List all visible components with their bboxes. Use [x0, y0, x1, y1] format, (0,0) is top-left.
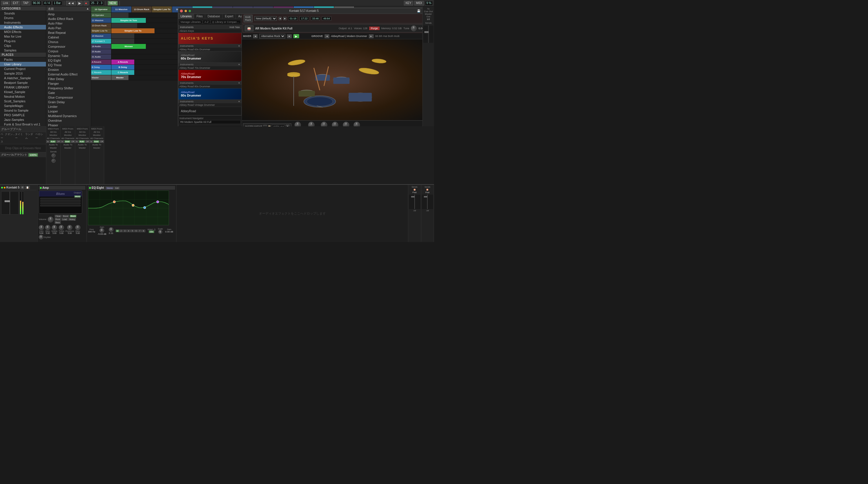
device-list-item-16[interactable]: Frequency Shifter — [46, 86, 91, 91]
track-header-3[interactable]: Simpler Low To — [152, 6, 172, 12]
device-list-item-1[interactable]: Audio Effect Rack — [46, 17, 91, 21]
cs4-auto-button[interactable]: Auto — [93, 140, 99, 143]
eq-point-2[interactable] — [132, 204, 134, 206]
groove-amount-value[interactable]: 100% — [28, 153, 38, 157]
amp-clean-button[interactable]: Clean — [55, 215, 62, 218]
eq8-band-2[interactable]: 2 — [120, 230, 123, 232]
hold-knob[interactable] — [343, 122, 349, 126]
sidebar-item-pro-sample[interactable]: PRO SAMPLE — [0, 113, 46, 118]
device-list-item-24[interactable]: Phaser — [46, 123, 91, 126]
key-button[interactable]: KEY — [404, 1, 413, 5]
kontakt-maximize-button[interactable] — [189, 10, 191, 12]
eq8-scale-knob[interactable] — [158, 230, 162, 234]
instrument-search-input[interactable] — [179, 120, 241, 124]
mixer-left-button[interactable]: ◄ — [253, 34, 258, 38]
midi-button[interactable]: MIDI — [414, 1, 424, 5]
ext-button[interactable]: EXT — [11, 1, 20, 5]
amp-heavy-button[interactable]: Heavy — [68, 218, 76, 221]
sidebar-item-packs[interactable]: Packs — [0, 57, 46, 62]
audio-effects-drop-zone[interactable]: オーディオエフェクトをここへドロップします — [177, 185, 408, 242]
eq8-band-6[interactable]: 6 — [134, 230, 138, 232]
sidebar-item-user-library[interactable]: User Library — [0, 62, 46, 66]
eq8-band-8[interactable]: 8 — [142, 230, 145, 232]
eq-point-3[interactable] — [144, 206, 146, 209]
clip-4-0[interactable] — [112, 34, 134, 38]
clip-11-0[interactable]: C Reverb — [112, 70, 134, 75]
amp-boost-button[interactable]: Boost — [62, 215, 69, 218]
attack-knob[interactable] — [332, 122, 338, 126]
device-list-item-3[interactable]: Auto Pan — [46, 26, 91, 30]
bass-knob2[interactable] — [75, 225, 81, 230]
cs2-off-button[interactable]: Off — [71, 140, 75, 143]
sidebar-item-samples[interactable]: Samples — [0, 48, 46, 53]
cs3-in-button[interactable]: In — [75, 140, 79, 143]
abbey-70s-banner[interactable]: AbbeyRoad 70s Drummer — [178, 70, 242, 81]
sidebar-item-beatport[interactable]: Beatport Sample — [0, 80, 46, 85]
preset-select[interactable]: New (default) — [254, 16, 277, 21]
tap-button[interactable]: TAP — [22, 1, 30, 5]
groove-left-button[interactable]: ◄ — [324, 34, 329, 38]
bottom-fader[interactable] — [1, 191, 19, 215]
bar-display[interactable]: 1 Bar — [52, 1, 62, 5]
abbey-vintage-banner[interactable]: AbbeyRoad — [178, 107, 242, 116]
kick-select[interactable]: KICK — [272, 125, 285, 127]
sidebar-item-neutral-motion[interactable]: Neutral Motion — [0, 94, 46, 99]
amp-bass-button[interactable]: Bass — [55, 221, 61, 224]
send-a-fader-thumb[interactable] — [411, 196, 414, 197]
eq8-band-5[interactable]: 5 — [130, 230, 134, 232]
sidebar-item-clips[interactable]: Clips — [0, 43, 46, 48]
sidebar-item-sample-2016[interactable]: Sample 2016 — [0, 71, 46, 76]
cs1-in-button[interactable]: In — [46, 140, 50, 143]
clip-3-0[interactable]: Simpler Low To — [112, 28, 155, 33]
clip-6-0[interactable]: Woman — [112, 44, 146, 49]
abbey-80s-banner[interactable]: AbbeyRoad 80s Drummer — [178, 88, 242, 100]
device-list-item-19[interactable]: Grain Delay — [46, 100, 91, 104]
send-b-fader-thumb[interactable] — [424, 196, 427, 197]
sidebar-item-samplemagic[interactable]: SampleMagic — [0, 103, 46, 108]
gain-knob[interactable] — [39, 225, 44, 230]
sidebar-item-max-for-live[interactable]: Max for Live — [0, 34, 46, 39]
multi-rack-button[interactable]: MultiRack — [244, 15, 253, 22]
sidebar-item-funk-soul[interactable]: Funk & Soul Break's vol.1 — [0, 122, 46, 126]
sidebar-item-drums[interactable]: Drums — [0, 15, 46, 20]
eq8-stereo-button[interactable]: Stereo — [106, 187, 114, 189]
amp-lead-button[interactable]: Lead — [62, 218, 68, 221]
kontakt-tab-files[interactable]: Files — [194, 14, 205, 19]
eq8-band-1[interactable]: 1 — [116, 230, 119, 232]
groove-drop-area[interactable]: Drop Clips or Grooves Here — [0, 144, 46, 152]
treble-knob[interactable] — [59, 225, 64, 230]
bass-knob[interactable] — [45, 225, 50, 230]
cs3-off-button[interactable]: Off — [85, 140, 89, 143]
cs1-send-knob[interactable] — [52, 154, 56, 158]
send-b-fader[interactable] — [422, 195, 433, 209]
preset-prev-button[interactable]: ◄ — [279, 17, 282, 20]
track-header-2[interactable]: 13 Drum Rack — [132, 6, 152, 12]
groove-right-button[interactable]: ► — [369, 34, 374, 38]
preset-next-button[interactable]: ► — [283, 17, 286, 20]
master-fader-thumb[interactable] — [425, 31, 429, 33]
clip-2-0[interactable] — [112, 23, 137, 28]
device-list-item-2[interactable]: Auto Filter — [46, 21, 91, 26]
eq8-adapt-q-button[interactable]: On — [149, 230, 154, 233]
alicia-keys-banner[interactable]: ALICIA'S KEYS — [178, 33, 242, 44]
cs4-in-button[interactable]: In — [90, 140, 93, 143]
instrument-minimize-button[interactable]: − — [263, 125, 267, 127]
sidebar-item-frank-library[interactable]: FRANK LIBRARY — [0, 85, 46, 90]
track-settings-button[interactable]: ⚙ — [21, 186, 24, 189]
kontakt-az-button[interactable]: A-Z — [203, 20, 210, 24]
clip-1-0[interactable]: Simpler Hi Tom — [112, 18, 146, 23]
record-button[interactable]: ● — [84, 1, 89, 5]
cs2-in-button[interactable]: In — [61, 140, 64, 143]
sidebar-item-midi-effects[interactable]: MIDI Effects — [0, 30, 46, 34]
cs1-auto-button[interactable]: Auto — [50, 140, 56, 143]
device-list-item-17[interactable]: Gate — [46, 91, 91, 95]
rewind-button[interactable]: ◄◄ — [66, 1, 76, 5]
device-list-item-0[interactable]: Amp — [46, 12, 91, 17]
middle-knob[interactable] — [52, 225, 57, 230]
sidebar-item-plugins[interactable]: Plug-ins — [0, 39, 46, 43]
sidebar-item-instruments[interactable]: Instruments — [0, 20, 46, 25]
play-button[interactable]: ▶ — [77, 1, 83, 5]
amp-mono-button[interactable]: Mono — [74, 195, 81, 197]
cs2-auto-button[interactable]: Auto — [64, 140, 70, 143]
device-list-item-9[interactable]: Dynamic Tube — [46, 54, 91, 58]
